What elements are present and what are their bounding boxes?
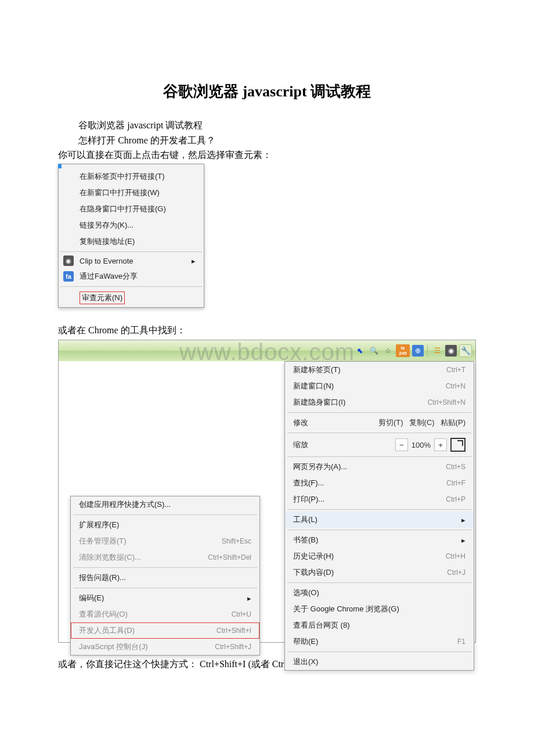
shortcut: Ctrl+N: [446, 382, 466, 390]
mi-paste[interactable]: 粘贴(P): [441, 417, 466, 428]
separator: [73, 567, 257, 568]
shortcut: Ctrl+Shift+I: [217, 627, 251, 635]
mi-encoding[interactable]: 编码(E): [71, 590, 259, 606]
mi-report-issue[interactable]: 报告问题(R)...: [71, 570, 259, 586]
fawave-icon: fa: [63, 271, 74, 282]
paragraph: 你可以直接在页面上点击右键，然后选择审查元素：: [58, 147, 476, 163]
shortcut: Ctrl+T: [446, 366, 466, 374]
mi-label: 任务管理器(T): [79, 536, 127, 546]
mi-zoom-row: 缩放 − 100% +: [285, 435, 474, 455]
shortcut: Shift+Esc: [222, 537, 251, 545]
counter-icon[interactable]: fs 245: [396, 344, 410, 357]
globe-icon[interactable]: ⊕: [412, 345, 424, 357]
ctx-open-in-tab[interactable]: 在新标签页中打开链接(T): [59, 168, 204, 185]
mi-label: JavaScript 控制台(J): [79, 642, 147, 652]
mi-copy[interactable]: 复制(C): [409, 417, 435, 428]
mi-cut[interactable]: 剪切(T): [378, 417, 403, 428]
mi-view-source[interactable]: 查看源代码(O)Ctrl+U: [71, 606, 259, 622]
mi-label: 历史记录(H): [293, 551, 334, 561]
ctx-fawave-share[interactable]: fa 通过FaWave分享: [59, 268, 204, 285]
wrench-menu: 新建标签页(T)Ctrl+T 新建窗口(N)Ctrl+N 新建隐身窗口(I)Ct…: [284, 361, 474, 671]
mi-label: 修改: [293, 417, 308, 428]
mi-tools[interactable]: 工具(L): [285, 512, 474, 528]
ctx-save-link-as[interactable]: 链接另存为(K)...: [59, 217, 204, 233]
ctx-copy-link[interactable]: 复制链接地址(E): [59, 233, 204, 250]
mi-label: 网页另存为(A)...: [293, 462, 347, 472]
mi-new-incognito[interactable]: 新建隐身窗口(I)Ctrl+Shift+N: [285, 394, 474, 411]
mi-label: 帮助(E): [293, 636, 318, 647]
evernote-icon[interactable]: ◉: [445, 345, 457, 357]
mi-exit[interactable]: 退出(X): [285, 654, 474, 670]
mi-label: 书签(B): [293, 535, 318, 545]
mi-label: 新建标签页(T): [293, 365, 341, 375]
mi-js-console[interactable]: JavaScript 控制台(J)Ctrl+Shift+J: [71, 639, 259, 655]
wrench-icon[interactable]: 🔧: [459, 344, 472, 357]
mi-history[interactable]: 历史记录(H)Ctrl+H: [285, 548, 474, 564]
toolbar-separator: [427, 344, 428, 357]
ctx-label: 在新标签页中打开链接(T): [80, 171, 165, 182]
shortcut: Ctrl+S: [446, 463, 466, 471]
mi-dev-tools[interactable]: 开发人员工具(D)Ctrl+Shift+I: [71, 622, 259, 639]
mi-save-page[interactable]: 网页另存为(A)...Ctrl+S: [285, 459, 474, 475]
selector-icon[interactable]: ⬉: [354, 345, 366, 357]
mi-label: 报告问题(R)...: [79, 573, 126, 583]
ctx-label: 复制链接地址(E): [80, 236, 135, 247]
mi-help[interactable]: 帮助(E)F1: [285, 633, 474, 650]
mi-label: 开发人员工具(D): [79, 625, 135, 636]
mi-create-shortcut[interactable]: 创建应用程序快捷方式(S)...: [71, 496, 259, 513]
ctx-inspect-element[interactable]: 审查元素(N): [59, 289, 204, 307]
shortcut: Ctrl+P: [446, 495, 466, 503]
mi-label: 查看源代码(O): [79, 609, 128, 620]
separator: [287, 412, 471, 413]
mi-bg-pages[interactable]: 查看后台网页 (8): [285, 617, 474, 633]
mi-task-manager[interactable]: 任务管理器(T)Shift+Esc: [71, 533, 259, 549]
context-menu-figure: 在新标签页中打开链接(T) 在新窗口中打开链接(W) 在隐身窗口中打开链接(G)…: [58, 164, 204, 308]
evernote-icon: ◉: [63, 255, 74, 266]
mi-extensions[interactable]: 扩展程序(E): [71, 517, 259, 533]
mi-bookmarks[interactable]: 书签(B): [285, 532, 474, 548]
fullscreen-icon[interactable]: [450, 438, 466, 452]
separator: [287, 582, 471, 583]
separator: [287, 509, 471, 510]
wrench-menu-figure: www.bdocx.com ⬉ 🔍 ☆ fs 245 ⊕ ☲ ◉ 🔧 新建标签页…: [58, 340, 476, 643]
ctx-clip-to-evernote[interactable]: ◉ Clip to Evernote: [59, 254, 204, 268]
selection-hint: [58, 164, 62, 168]
mi-label: 查找(F)...: [293, 478, 324, 488]
shortcut: Ctrl+F: [446, 479, 466, 487]
separator: [287, 456, 471, 457]
shortcut: Ctrl+Shift+N: [428, 398, 466, 406]
mi-about[interactable]: 关于 Google Chrome 浏览器(G): [285, 601, 474, 617]
mi-find[interactable]: 查找(F)...Ctrl+F: [285, 475, 474, 491]
tools-submenu: 创建应用程序快捷方式(S)... 扩展程序(E) 任务管理器(T)Shift+E…: [70, 496, 260, 656]
fire-icon[interactable]: ☲: [431, 345, 443, 357]
mi-downloads[interactable]: 下载内容(D)Ctrl+J: [285, 564, 474, 581]
zoom-value: 100%: [412, 441, 431, 449]
shortcut: Ctrl+Shift+J: [215, 643, 251, 651]
mi-label: 查看后台网页 (8): [293, 620, 350, 631]
magnify-icon[interactable]: 🔍: [368, 345, 380, 357]
mi-label: 新建窗口(N): [293, 381, 334, 391]
mi-label: 创建应用程序快捷方式(S)...: [79, 499, 171, 510]
shortcut: Ctrl+J: [447, 568, 466, 577]
zoom-out-button[interactable]: −: [395, 438, 408, 451]
shortcut: Ctrl+U: [232, 610, 251, 618]
shortcut: Ctrl+H: [446, 552, 466, 560]
mi-new-window[interactable]: 新建窗口(N)Ctrl+N: [285, 378, 474, 394]
star-icon[interactable]: ☆: [382, 345, 394, 357]
mi-new-tab[interactable]: 新建标签页(T)Ctrl+T: [285, 362, 474, 378]
ctx-label: 通过FaWave分享: [80, 271, 138, 282]
ctx-label: 链接另存为(K)...: [80, 220, 134, 231]
mi-label: 打印(P)...: [293, 494, 324, 505]
ctx-open-in-window[interactable]: 在新窗口中打开链接(W): [59, 185, 204, 201]
highlight-box: 审查元素(N): [80, 291, 125, 304]
mi-print[interactable]: 打印(P)...Ctrl+P: [285, 491, 474, 507]
mi-label: 工具(L): [293, 514, 317, 525]
mi-clear-data[interactable]: 清除浏览数据(C)...Ctrl+Shift+Del: [71, 549, 259, 566]
ctx-open-incognito[interactable]: 在隐身窗口中打开链接(G): [59, 201, 204, 217]
zoom-in-button[interactable]: +: [434, 438, 447, 451]
mi-options[interactable]: 选项(O): [285, 585, 474, 601]
toolbar: www.bdocx.com ⬉ 🔍 ☆ fs 245 ⊕ ☲ ◉ 🔧: [59, 340, 475, 361]
separator: [73, 588, 257, 588]
paragraph: 或者在 Chrome 的工具中找到：: [58, 323, 476, 338]
ctx-label: 在隐身窗口中打开链接(G): [80, 204, 166, 214]
